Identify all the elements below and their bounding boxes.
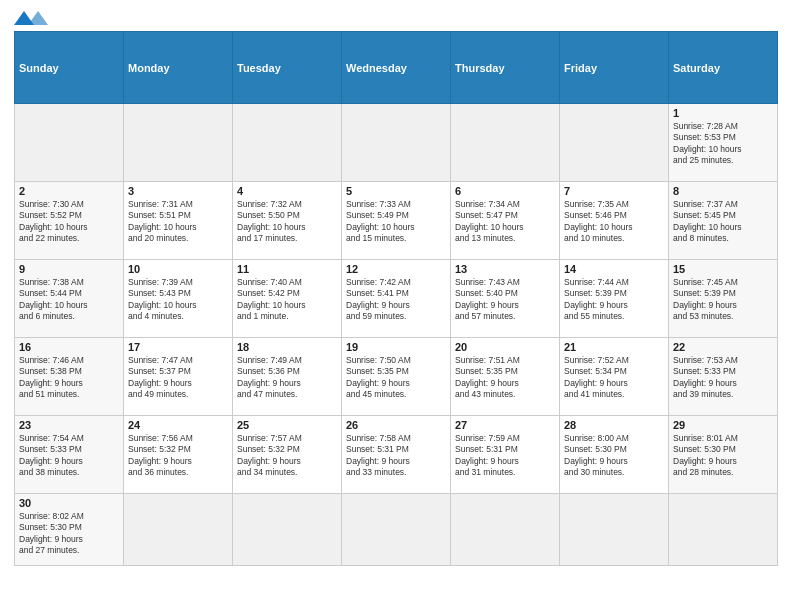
- weekday-header: Sunday: [15, 32, 124, 104]
- calendar-cell: 3Sunrise: 7:31 AM Sunset: 5:51 PM Daylig…: [124, 182, 233, 260]
- day-info: Sunrise: 7:43 AM Sunset: 5:40 PM Dayligh…: [455, 277, 555, 323]
- day-info: Sunrise: 7:33 AM Sunset: 5:49 PM Dayligh…: [346, 199, 446, 245]
- calendar-cell: 9Sunrise: 7:38 AM Sunset: 5:44 PM Daylig…: [15, 260, 124, 338]
- day-info: Sunrise: 7:45 AM Sunset: 5:39 PM Dayligh…: [673, 277, 773, 323]
- day-number: 11: [237, 263, 337, 275]
- calendar-header-row: SundayMondayTuesdayWednesdayThursdayFrid…: [15, 32, 778, 104]
- calendar-cell: 28Sunrise: 8:00 AM Sunset: 5:30 PM Dayli…: [560, 416, 669, 494]
- day-info: Sunrise: 7:39 AM Sunset: 5:43 PM Dayligh…: [128, 277, 228, 323]
- day-info: Sunrise: 7:31 AM Sunset: 5:51 PM Dayligh…: [128, 199, 228, 245]
- day-number: 14: [564, 263, 664, 275]
- calendar-cell: 11Sunrise: 7:40 AM Sunset: 5:42 PM Dayli…: [233, 260, 342, 338]
- logo-icon: [14, 11, 50, 25]
- page: SundayMondayTuesdayWednesdayThursdayFrid…: [0, 0, 792, 612]
- day-number: 29: [673, 419, 773, 431]
- svg-marker-1: [28, 11, 48, 25]
- day-number: 26: [346, 419, 446, 431]
- calendar-week-row: 2Sunrise: 7:30 AM Sunset: 5:52 PM Daylig…: [15, 182, 778, 260]
- day-number: 13: [455, 263, 555, 275]
- day-info: Sunrise: 7:42 AM Sunset: 5:41 PM Dayligh…: [346, 277, 446, 323]
- day-number: 23: [19, 419, 119, 431]
- day-number: 28: [564, 419, 664, 431]
- day-number: 30: [19, 497, 119, 509]
- day-number: 18: [237, 341, 337, 353]
- calendar-cell: 29Sunrise: 8:01 AM Sunset: 5:30 PM Dayli…: [669, 416, 778, 494]
- calendar-week-row: 30Sunrise: 8:02 AM Sunset: 5:30 PM Dayli…: [15, 494, 778, 566]
- calendar-cell: 2Sunrise: 7:30 AM Sunset: 5:52 PM Daylig…: [15, 182, 124, 260]
- calendar-cell: [451, 104, 560, 182]
- weekday-header: Monday: [124, 32, 233, 104]
- calendar-cell: 26Sunrise: 7:58 AM Sunset: 5:31 PM Dayli…: [342, 416, 451, 494]
- calendar-week-row: 9Sunrise: 7:38 AM Sunset: 5:44 PM Daylig…: [15, 260, 778, 338]
- day-number: 9: [19, 263, 119, 275]
- logo: [14, 10, 50, 25]
- day-number: 17: [128, 341, 228, 353]
- day-number: 10: [128, 263, 228, 275]
- calendar-cell: 20Sunrise: 7:51 AM Sunset: 5:35 PM Dayli…: [451, 338, 560, 416]
- calendar-cell: 14Sunrise: 7:44 AM Sunset: 5:39 PM Dayli…: [560, 260, 669, 338]
- calendar-cell: [233, 104, 342, 182]
- day-number: 16: [19, 341, 119, 353]
- calendar-cell: 7Sunrise: 7:35 AM Sunset: 5:46 PM Daylig…: [560, 182, 669, 260]
- day-info: Sunrise: 8:01 AM Sunset: 5:30 PM Dayligh…: [673, 433, 773, 479]
- day-info: Sunrise: 7:47 AM Sunset: 5:37 PM Dayligh…: [128, 355, 228, 401]
- day-number: 8: [673, 185, 773, 197]
- calendar-cell: 16Sunrise: 7:46 AM Sunset: 5:38 PM Dayli…: [15, 338, 124, 416]
- day-info: Sunrise: 7:59 AM Sunset: 5:31 PM Dayligh…: [455, 433, 555, 479]
- day-info: Sunrise: 7:57 AM Sunset: 5:32 PM Dayligh…: [237, 433, 337, 479]
- day-number: 3: [128, 185, 228, 197]
- calendar-cell: 25Sunrise: 7:57 AM Sunset: 5:32 PM Dayli…: [233, 416, 342, 494]
- day-info: Sunrise: 7:32 AM Sunset: 5:50 PM Dayligh…: [237, 199, 337, 245]
- calendar-cell: 13Sunrise: 7:43 AM Sunset: 5:40 PM Dayli…: [451, 260, 560, 338]
- day-number: 12: [346, 263, 446, 275]
- calendar-week-row: 1Sunrise: 7:28 AM Sunset: 5:53 PM Daylig…: [15, 104, 778, 182]
- calendar-cell: 10Sunrise: 7:39 AM Sunset: 5:43 PM Dayli…: [124, 260, 233, 338]
- day-number: 22: [673, 341, 773, 353]
- day-info: Sunrise: 7:38 AM Sunset: 5:44 PM Dayligh…: [19, 277, 119, 323]
- day-number: 6: [455, 185, 555, 197]
- calendar-cell: 8Sunrise: 7:37 AM Sunset: 5:45 PM Daylig…: [669, 182, 778, 260]
- day-info: Sunrise: 7:44 AM Sunset: 5:39 PM Dayligh…: [564, 277, 664, 323]
- calendar-cell: [451, 494, 560, 566]
- calendar-week-row: 16Sunrise: 7:46 AM Sunset: 5:38 PM Dayli…: [15, 338, 778, 416]
- day-number: 2: [19, 185, 119, 197]
- day-info: Sunrise: 7:46 AM Sunset: 5:38 PM Dayligh…: [19, 355, 119, 401]
- day-number: 24: [128, 419, 228, 431]
- calendar-cell: [124, 494, 233, 566]
- calendar-cell: 1Sunrise: 7:28 AM Sunset: 5:53 PM Daylig…: [669, 104, 778, 182]
- calendar-cell: 18Sunrise: 7:49 AM Sunset: 5:36 PM Dayli…: [233, 338, 342, 416]
- calendar-week-row: 23Sunrise: 7:54 AM Sunset: 5:33 PM Dayli…: [15, 416, 778, 494]
- calendar-cell: 6Sunrise: 7:34 AM Sunset: 5:47 PM Daylig…: [451, 182, 560, 260]
- calendar-cell: 21Sunrise: 7:52 AM Sunset: 5:34 PM Dayli…: [560, 338, 669, 416]
- day-number: 4: [237, 185, 337, 197]
- calendar-cell: 23Sunrise: 7:54 AM Sunset: 5:33 PM Dayli…: [15, 416, 124, 494]
- day-info: Sunrise: 7:54 AM Sunset: 5:33 PM Dayligh…: [19, 433, 119, 479]
- calendar-cell: [15, 104, 124, 182]
- day-number: 20: [455, 341, 555, 353]
- calendar-cell: [342, 104, 451, 182]
- day-info: Sunrise: 7:49 AM Sunset: 5:36 PM Dayligh…: [237, 355, 337, 401]
- day-info: Sunrise: 7:40 AM Sunset: 5:42 PM Dayligh…: [237, 277, 337, 323]
- day-number: 27: [455, 419, 555, 431]
- day-number: 5: [346, 185, 446, 197]
- calendar-cell: 30Sunrise: 8:02 AM Sunset: 5:30 PM Dayli…: [15, 494, 124, 566]
- calendar-table: SundayMondayTuesdayWednesdayThursdayFrid…: [14, 31, 778, 566]
- calendar-cell: 15Sunrise: 7:45 AM Sunset: 5:39 PM Dayli…: [669, 260, 778, 338]
- day-info: Sunrise: 7:35 AM Sunset: 5:46 PM Dayligh…: [564, 199, 664, 245]
- day-number: 7: [564, 185, 664, 197]
- day-number: 25: [237, 419, 337, 431]
- calendar-cell: 19Sunrise: 7:50 AM Sunset: 5:35 PM Dayli…: [342, 338, 451, 416]
- calendar-cell: 22Sunrise: 7:53 AM Sunset: 5:33 PM Dayli…: [669, 338, 778, 416]
- calendar-cell: 12Sunrise: 7:42 AM Sunset: 5:41 PM Dayli…: [342, 260, 451, 338]
- day-info: Sunrise: 7:58 AM Sunset: 5:31 PM Dayligh…: [346, 433, 446, 479]
- day-info: Sunrise: 7:53 AM Sunset: 5:33 PM Dayligh…: [673, 355, 773, 401]
- calendar-cell: 5Sunrise: 7:33 AM Sunset: 5:49 PM Daylig…: [342, 182, 451, 260]
- calendar-cell: [124, 104, 233, 182]
- day-info: Sunrise: 7:52 AM Sunset: 5:34 PM Dayligh…: [564, 355, 664, 401]
- calendar-cell: [669, 494, 778, 566]
- day-info: Sunrise: 7:37 AM Sunset: 5:45 PM Dayligh…: [673, 199, 773, 245]
- calendar-cell: [560, 494, 669, 566]
- day-info: Sunrise: 7:30 AM Sunset: 5:52 PM Dayligh…: [19, 199, 119, 245]
- calendar-cell: [233, 494, 342, 566]
- day-info: Sunrise: 8:00 AM Sunset: 5:30 PM Dayligh…: [564, 433, 664, 479]
